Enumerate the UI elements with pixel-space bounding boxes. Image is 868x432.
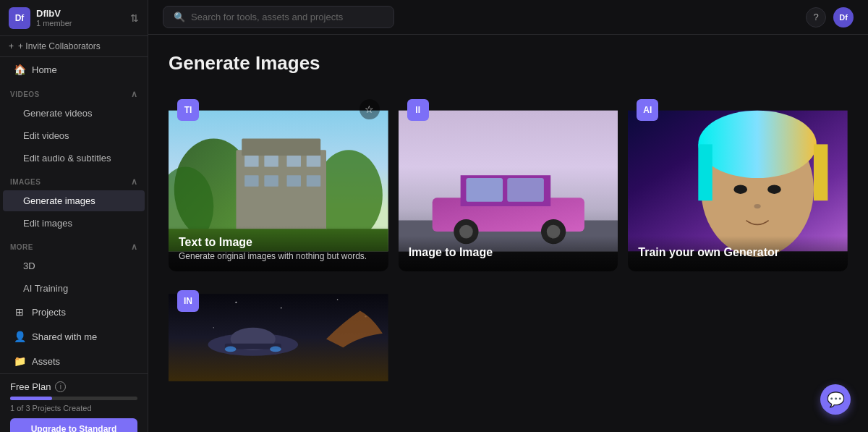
workspace-members: 1 member bbox=[36, 19, 72, 27]
page-title: Generate Images bbox=[169, 52, 848, 75]
svg-rect-12 bbox=[287, 175, 301, 187]
nav-shared-with-me[interactable]: 👤 Shared with me bbox=[3, 325, 145, 348]
card-image-to-image[interactable]: II Image to Image bbox=[399, 90, 618, 271]
edit-audio-label: Edit audio & subtitles bbox=[23, 153, 111, 164]
svg-rect-13 bbox=[307, 175, 320, 187]
nav-edit-images[interactable]: Edit images bbox=[3, 213, 145, 234]
free-plan-text: Free Plan bbox=[10, 381, 51, 392]
card-train-generator[interactable]: AI Train your own Generator bbox=[628, 90, 848, 271]
card-text-to-image-bottom: Text to Image Generate original images w… bbox=[169, 226, 388, 271]
svg-point-44 bbox=[270, 347, 281, 352]
svg-point-39 bbox=[213, 327, 215, 329]
nav-home-label: Home bbox=[32, 64, 57, 75]
section-more-label: MORE bbox=[10, 243, 33, 251]
section-images: IMAGES ∧ bbox=[0, 169, 148, 190]
plus-icon: + bbox=[9, 41, 14, 51]
svg-point-31 bbox=[767, 185, 781, 193]
svg-rect-29 bbox=[814, 144, 827, 200]
workspace-name: DflbV bbox=[36, 8, 72, 19]
cards-grid-row1: TI ☆ Text to Image Generate original ima… bbox=[169, 90, 848, 271]
svg-rect-9 bbox=[307, 156, 320, 167]
svg-point-30 bbox=[734, 185, 748, 193]
nav-edit-audio[interactable]: Edit audio & subtitles bbox=[3, 148, 145, 169]
shared-label: Shared with me bbox=[32, 331, 97, 342]
free-plan-info-icon[interactable]: i bbox=[55, 381, 66, 392]
edit-videos-label: Edit videos bbox=[23, 130, 69, 141]
3d-label: 3D bbox=[23, 261, 35, 271]
invite-collaborators-button[interactable]: + + Invite Collaborators bbox=[0, 36, 148, 57]
svg-point-27 bbox=[699, 111, 817, 178]
section-images-label: IMAGES bbox=[10, 178, 41, 186]
card-train-title: Train your own Generator bbox=[638, 246, 838, 259]
svg-point-35 bbox=[235, 302, 237, 303]
search-icon: 🔍 bbox=[174, 12, 185, 22]
assets-icon: 📁 bbox=[13, 355, 26, 367]
free-plan-section: Free Plan i 1 of 3 Projects Created Upgr… bbox=[0, 373, 148, 432]
nav-3d[interactable]: 3D bbox=[3, 255, 145, 276]
nav-home[interactable]: 🏠 Home bbox=[3, 58, 145, 81]
ai-training-label: AI Training bbox=[23, 283, 68, 294]
card-text-to-image-badge: TI bbox=[177, 99, 199, 121]
cards-grid-row2: IN bbox=[169, 281, 848, 394]
nav-generate-images[interactable]: Generate images bbox=[3, 190, 145, 211]
edit-images-label: Edit images bbox=[23, 218, 72, 229]
svg-rect-6 bbox=[244, 156, 258, 167]
user-avatar[interactable]: Df bbox=[833, 7, 854, 27]
projects-progress-bar-fill bbox=[10, 397, 52, 400]
nav-generate-videos[interactable]: Generate videos bbox=[3, 103, 145, 124]
card-text-to-image[interactable]: TI ☆ Text to Image Generate original ima… bbox=[169, 90, 388, 271]
svg-rect-10 bbox=[244, 175, 258, 187]
svg-rect-28 bbox=[699, 144, 712, 200]
svg-rect-23 bbox=[466, 178, 503, 202]
projects-progress-bar-bg bbox=[10, 397, 137, 400]
content-area: Generate Images bbox=[148, 35, 868, 432]
svg-point-36 bbox=[281, 308, 282, 309]
svg-rect-8 bbox=[287, 156, 301, 167]
svg-point-32 bbox=[754, 204, 761, 208]
projects-icon: ⊞ bbox=[13, 306, 26, 318]
nav-ai-training[interactable]: AI Training bbox=[3, 278, 145, 299]
chat-icon: 💬 bbox=[827, 391, 845, 408]
assets-label: Assets bbox=[32, 356, 60, 367]
card-text-to-image-title: Text to Image bbox=[179, 236, 378, 249]
card-train-bottom: Train your own Generator bbox=[628, 236, 848, 271]
card-image-to-image-bottom: Image to Image bbox=[399, 236, 618, 271]
section-videos: VIDEOS ∧ bbox=[0, 82, 148, 102]
top-bar: 🔍 Search for tools, assets and projects … bbox=[148, 0, 868, 35]
home-icon: 🏠 bbox=[13, 64, 26, 75]
top-bar-right: ? Df bbox=[806, 7, 854, 27]
svg-rect-7 bbox=[264, 156, 278, 167]
main-content: 🔍 Search for tools, assets and projects … bbox=[148, 0, 868, 432]
workspace-header[interactable]: Df DflbV 1 member ⇅ bbox=[0, 0, 148, 36]
card-text-to-image-star[interactable]: ☆ bbox=[359, 99, 380, 119]
workspace-chevron-icon[interactable]: ⇅ bbox=[130, 12, 139, 24]
upgrade-button[interactable]: Upgrade to Standard bbox=[10, 418, 137, 432]
section-more: MORE ∧ bbox=[0, 234, 148, 255]
invite-label: + Invite Collaborators bbox=[18, 41, 101, 51]
free-plan-label: Free Plan i bbox=[10, 381, 137, 392]
help-button[interactable]: ? bbox=[806, 7, 826, 27]
chat-button[interactable]: 💬 bbox=[820, 384, 851, 415]
svg-point-43 bbox=[225, 347, 237, 352]
more-collapse-icon[interactable]: ∧ bbox=[131, 242, 138, 252]
search-placeholder-text: Search for tools, assets and projects bbox=[191, 12, 343, 22]
card-image-to-image-badge: II bbox=[407, 99, 429, 121]
projects-label: Projects bbox=[32, 307, 66, 318]
search-bar[interactable]: 🔍 Search for tools, assets and projects bbox=[163, 6, 394, 28]
section-videos-label: VIDEOS bbox=[10, 90, 40, 98]
shared-icon: 👤 bbox=[13, 331, 26, 342]
svg-point-37 bbox=[337, 299, 339, 300]
workspace-info: DflbV 1 member bbox=[36, 8, 72, 27]
card-text-to-image-desc: Generate original images with nothing bu… bbox=[179, 251, 378, 261]
nav-projects[interactable]: ⊞ Projects bbox=[3, 300, 145, 323]
nav-edit-videos[interactable]: Edit videos bbox=[3, 125, 145, 146]
generate-videos-label: Generate videos bbox=[23, 108, 92, 119]
svg-rect-11 bbox=[264, 175, 278, 187]
card-inpainting[interactable]: IN bbox=[169, 281, 388, 394]
images-collapse-icon[interactable]: ∧ bbox=[131, 177, 138, 187]
card-inpainting-badge: IN bbox=[177, 290, 199, 312]
workspace-avatar: Df bbox=[9, 7, 30, 29]
nav-assets[interactable]: 📁 Assets bbox=[3, 350, 145, 373]
svg-rect-5 bbox=[242, 139, 320, 156]
videos-collapse-icon[interactable]: ∧ bbox=[131, 89, 138, 99]
